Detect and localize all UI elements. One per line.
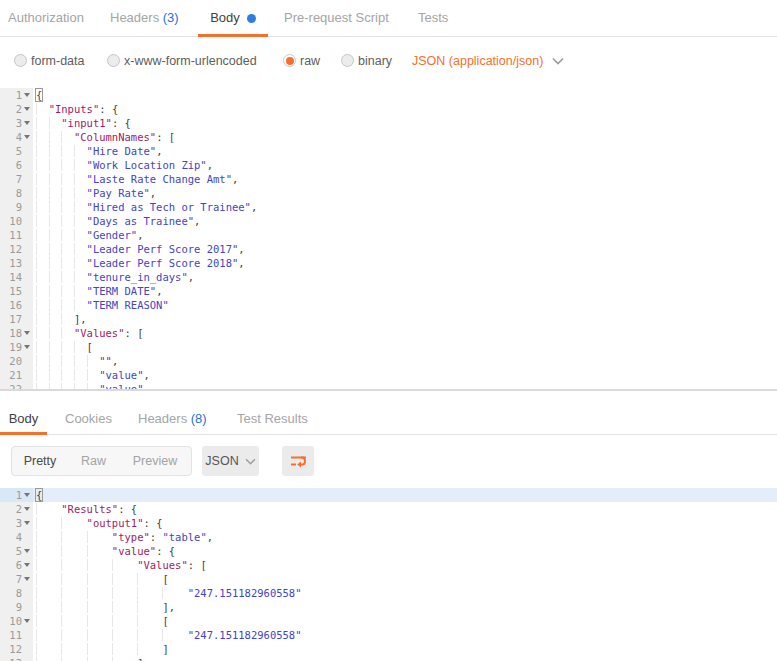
body-type-radio-raw[interactable]: raw <box>283 37 320 84</box>
line-number: 11 <box>0 228 33 242</box>
fold-arrow-icon[interactable] <box>24 521 30 525</box>
code-line[interactable]: 7 [ <box>0 572 777 586</box>
tab-label: Headers <box>110 10 159 25</box>
fold-arrow-icon[interactable] <box>24 93 30 97</box>
line-number: 9 <box>0 600 33 614</box>
code-line[interactable]: 12 ] <box>0 642 777 656</box>
code-line[interactable]: 21 "value", <box>0 368 777 382</box>
response-tab-headers[interactable]: Headers (8) <box>138 404 207 434</box>
gutter-cell: 3 <box>0 516 33 530</box>
line-number: 21 <box>0 368 33 382</box>
code-line[interactable]: 9 ], <box>0 600 777 614</box>
code-line[interactable]: 1{ <box>0 488 777 502</box>
request-tab-authorization[interactable]: Authorization <box>8 0 84 36</box>
content-type-selector[interactable]: JSON (application/json) <box>412 37 564 84</box>
code-text: "value", <box>33 382 777 389</box>
code-line[interactable]: 10 [ <box>0 614 777 628</box>
request-tab-body[interactable]: Body <box>198 0 268 36</box>
code-text: "Gender", <box>33 228 777 242</box>
code-line[interactable]: 16 "TERM REASON" <box>0 298 777 312</box>
code-line[interactable]: 9 "Hired as Tech or Trainee", <box>0 200 777 214</box>
request-tab-headers[interactable]: Headers (3) <box>110 0 179 36</box>
fold-arrow-icon[interactable] <box>24 563 30 567</box>
body-type-radio-binary[interactable]: binary <box>341 37 392 84</box>
body-type-radio-form-data[interactable]: form-data <box>14 37 85 84</box>
code-line[interactable]: 2 "Inputs": { <box>0 102 777 116</box>
code-text: [ <box>33 572 777 586</box>
tab-label: Cookies <box>65 411 112 426</box>
code-text: [ <box>33 614 777 628</box>
response-toolbar: PrettyRawPreview JSON <box>0 446 777 476</box>
view-mode-raw[interactable]: Raw <box>68 447 119 475</box>
code-line[interactable]: 6 "Work Location Zip", <box>0 158 777 172</box>
response-language-selector[interactable]: JSON <box>202 446 259 476</box>
line-number: 6 <box>0 158 33 172</box>
code-line[interactable]: 13 ] <box>0 656 777 661</box>
fold-arrow-icon[interactable] <box>24 549 30 553</box>
code-line[interactable]: 5 "value": { <box>0 544 777 558</box>
code-line[interactable]: 3 "input1": { <box>0 116 777 130</box>
code-line[interactable]: 4 "ColumnNames": [ <box>0 130 777 144</box>
fold-arrow-icon[interactable] <box>24 507 30 511</box>
code-line[interactable]: 20 "", <box>0 354 777 368</box>
code-text: "type": "table", <box>33 530 777 544</box>
code-line[interactable]: 10 "Days as Trainee", <box>0 214 777 228</box>
code-text: "Leader Perf Score 2017", <box>33 242 777 256</box>
code-line[interactable]: 8 "Pay Rate", <box>0 186 777 200</box>
line-number: 14 <box>0 270 33 284</box>
code-text: "Inputs": { <box>33 102 777 116</box>
code-line[interactable]: 7 "Laste Rate Change Amt", <box>0 172 777 186</box>
fold-arrow-icon[interactable] <box>24 493 30 497</box>
body-type-radio-x-www-form-urlencoded[interactable]: x-www-form-urlencoded <box>107 37 257 84</box>
code-line[interactable]: 19 [ <box>0 340 777 354</box>
gutter-cell: 20 <box>0 354 33 368</box>
fold-arrow-icon[interactable] <box>24 619 30 623</box>
code-text: "TERM REASON" <box>33 298 777 312</box>
code-line[interactable]: 11 "Gender", <box>0 228 777 242</box>
code-line[interactable]: 1{ <box>0 88 777 102</box>
gutter-cell: 17 <box>0 312 33 326</box>
code-text: "Values": [ <box>33 326 777 340</box>
fold-arrow-icon[interactable] <box>24 121 30 125</box>
code-line[interactable]: 2 "Results": { <box>0 502 777 516</box>
fold-arrow-icon[interactable] <box>24 345 30 349</box>
request-body-editor[interactable]: 1{2 "Inputs": {3 "input1": {4 "ColumnNam… <box>0 88 777 389</box>
code-line[interactable]: 5 "Hire Date", <box>0 144 777 158</box>
gutter-cell: 12 <box>0 642 33 656</box>
code-line[interactable]: 6 "Values": [ <box>0 558 777 572</box>
fold-arrow-icon[interactable] <box>24 577 30 581</box>
wrap-lines-button[interactable] <box>282 446 314 476</box>
gutter-cell: 10 <box>0 614 33 628</box>
code-line[interactable]: 22 "value", <box>0 382 777 389</box>
fold-arrow-icon[interactable] <box>24 107 30 111</box>
fold-arrow-icon[interactable] <box>24 135 30 139</box>
view-mode-pretty[interactable]: Pretty <box>12 447 68 475</box>
code-line[interactable]: 17 ], <box>0 312 777 326</box>
radio-icon <box>107 54 120 67</box>
code-text: "value": { <box>33 544 777 558</box>
code-line[interactable]: 11 "247.151182960558" <box>0 628 777 642</box>
code-line[interactable]: 3 "output1": { <box>0 516 777 530</box>
response-tab-test-results[interactable]: Test Results <box>237 404 308 434</box>
response-body-editor[interactable]: 1{2 "Results": {3 "output1": {4 "type": … <box>0 488 777 661</box>
code-line[interactable]: 8 "247.151182960558" <box>0 586 777 600</box>
code-text: "", <box>33 354 777 368</box>
code-line[interactable]: 4 "type": "table", <box>0 530 777 544</box>
code-text: "Hired as Tech or Trainee", <box>33 200 777 214</box>
response-tab-body[interactable]: Body <box>0 404 47 434</box>
code-text: "Values": [ <box>33 558 777 572</box>
code-text: ] <box>33 642 777 656</box>
gutter-cell: 13 <box>0 256 33 270</box>
gutter-cell: 6 <box>0 558 33 572</box>
code-line[interactable]: 13 "Leader Perf Score 2018", <box>0 256 777 270</box>
code-line[interactable]: 14 "tenure_in_days", <box>0 270 777 284</box>
code-text: ], <box>33 600 777 614</box>
request-tab-pre-request-script[interactable]: Pre-request Script <box>284 0 389 36</box>
response-tab-cookies[interactable]: Cookies <box>65 404 112 434</box>
view-mode-preview[interactable]: Preview <box>119 447 191 475</box>
request-tab-tests[interactable]: Tests <box>418 0 448 36</box>
code-line[interactable]: 12 "Leader Perf Score 2017", <box>0 242 777 256</box>
fold-arrow-icon[interactable] <box>24 331 30 335</box>
code-line[interactable]: 18 "Values": [ <box>0 326 777 340</box>
code-line[interactable]: 15 "TERM DATE", <box>0 284 777 298</box>
